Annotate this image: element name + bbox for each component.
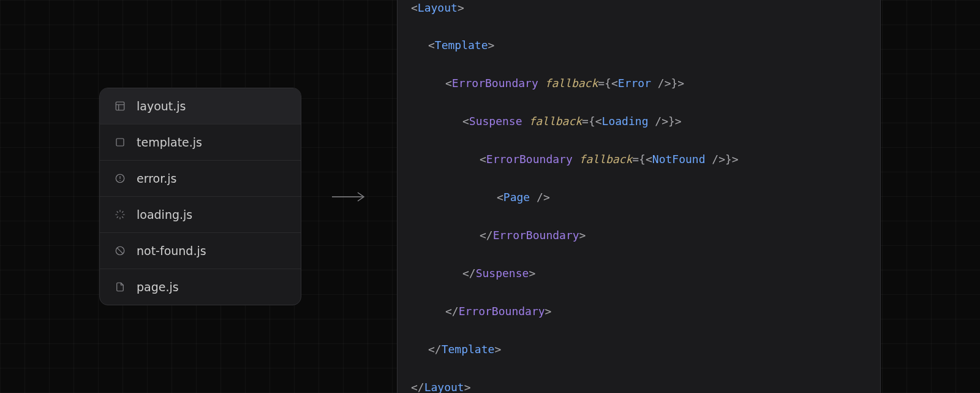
- code-token: >: [545, 305, 552, 318]
- diagram-stage: layout.jstemplate.jserror.jsloading.jsno…: [0, 0, 980, 393]
- svg-line-10: [122, 216, 123, 218]
- code-token: <: [497, 191, 503, 204]
- code-token: ={<: [632, 153, 652, 166]
- file-row-error-js[interactable]: error.js: [100, 161, 301, 197]
- code-token: [573, 153, 579, 166]
- code-token: fallback: [545, 77, 598, 90]
- code-line: <ErrorBoundary fallback={<Error />}>: [411, 74, 867, 93]
- file-label: not-found.js: [137, 244, 206, 258]
- code-token: />: [530, 191, 550, 204]
- file-label: loading.js: [137, 208, 192, 221]
- code-body: <Layout> <Template> <ErrorBoundary fallb…: [398, 0, 880, 393]
- code-token: Template: [435, 39, 488, 52]
- code-token: Template: [442, 343, 495, 356]
- code-token: <: [411, 1, 418, 14]
- code-token: <: [445, 77, 452, 90]
- code-token: ErrorBoundary: [486, 153, 573, 166]
- file-label: layout.js: [137, 99, 186, 113]
- svg-point-6: [119, 180, 120, 181]
- code-token: [522, 115, 529, 128]
- code-token: ={<: [582, 115, 602, 128]
- code-token: >: [579, 229, 586, 242]
- svg-rect-0: [116, 102, 124, 110]
- code-line: </Template>: [411, 340, 867, 359]
- code-token: NotFound: [652, 153, 706, 166]
- code-token: >: [529, 267, 535, 280]
- code-token: >: [494, 343, 501, 356]
- svg-line-16: [117, 248, 123, 254]
- code-line: </Layout>: [411, 378, 867, 393]
- file-row-page-js[interactable]: page.js: [100, 269, 301, 305]
- component-hierarchy-panel: Component Hierarchy <Layout> <Template> …: [397, 0, 881, 393]
- file-icon: [113, 280, 127, 294]
- code-token: Error: [618, 77, 651, 90]
- code-line: </ErrorBoundary>: [411, 226, 867, 245]
- code-token: fallback: [579, 153, 633, 166]
- svg-rect-3: [116, 139, 124, 146]
- code-token: />}>: [706, 153, 739, 166]
- code-line: </Suspense>: [411, 264, 867, 283]
- file-row-layout-js[interactable]: layout.js: [100, 88, 301, 124]
- code-token: Suspense: [469, 115, 522, 128]
- code-line: </ErrorBoundary>: [411, 302, 867, 321]
- code-token: <: [480, 153, 486, 166]
- code-token: Layout: [418, 1, 458, 14]
- code-token: >: [464, 381, 471, 393]
- code-token: ={<: [598, 77, 618, 90]
- code-token: fallback: [529, 115, 582, 128]
- code-token: <: [428, 39, 435, 52]
- square-icon: [113, 135, 127, 149]
- code-line: <Page />: [411, 188, 867, 207]
- code-token: </: [462, 267, 476, 280]
- code-token: </: [411, 381, 424, 393]
- code-line: <Suspense fallback={<Loading />}>: [411, 112, 867, 131]
- svg-line-9: [117, 212, 118, 213]
- file-label: template.js: [137, 135, 202, 149]
- file-label: page.js: [137, 280, 179, 294]
- code-token: />}>: [648, 115, 681, 128]
- code-line: <ErrorBoundary fallback={<NotFound />}>: [411, 150, 867, 169]
- code-token: [538, 77, 545, 90]
- code-token: Page: [503, 191, 530, 204]
- code-token: ErrorBoundary: [493, 229, 579, 242]
- arrow-right-icon: [331, 191, 368, 203]
- code-token: Loading: [602, 115, 649, 128]
- code-line: <Layout>: [411, 0, 867, 17]
- code-token: ErrorBoundary: [459, 305, 545, 318]
- code-token: <: [462, 115, 469, 128]
- file-label: error.js: [137, 172, 176, 185]
- svg-line-13: [117, 216, 118, 218]
- file-row-loading-js[interactable]: loading.js: [100, 197, 301, 233]
- code-token: >: [458, 1, 464, 14]
- ban-icon: [113, 244, 127, 258]
- file-row-not-found-js[interactable]: not-found.js: [100, 233, 301, 269]
- code-token: </: [428, 343, 442, 356]
- file-row-template-js[interactable]: template.js: [100, 124, 301, 161]
- code-line: <Template>: [411, 36, 867, 55]
- alert-icon: [113, 172, 127, 185]
- code-token: </: [480, 229, 493, 242]
- code-token: ErrorBoundary: [452, 77, 538, 90]
- code-token: />}>: [651, 77, 684, 90]
- code-token: Suspense: [476, 267, 529, 280]
- file-list-panel: layout.jstemplate.jserror.jsloading.jsno…: [99, 88, 301, 305]
- code-token: >: [488, 39, 495, 52]
- svg-line-14: [122, 212, 123, 213]
- spinner-icon: [113, 208, 127, 221]
- code-token: </: [445, 305, 459, 318]
- code-token: Layout: [424, 381, 464, 393]
- layout-icon: [113, 99, 127, 113]
